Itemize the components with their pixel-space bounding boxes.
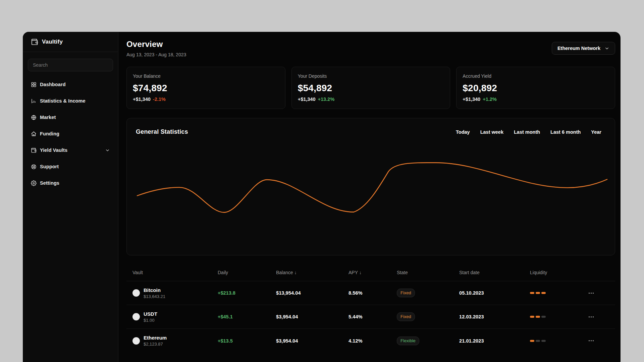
globe-icon [31, 115, 37, 120]
stat-card-yield: Accrued Yield $20,892 +$1,340+1.2% [456, 67, 615, 109]
vault-name: Bitcoin [144, 287, 165, 293]
stat-label: Your Deposits [298, 73, 444, 79]
daily-change: +$13.5 [218, 338, 276, 344]
table-row-usdt[interactable]: USDT $1.00 +$45.1 $3,954.04 5.44% Fixed … [126, 305, 615, 329]
start-date: 21.01.2023 [459, 338, 530, 344]
brand-name: Vaultify [42, 39, 63, 45]
vault-name: Ethereum [144, 335, 167, 341]
stat-value: $74,892 [133, 83, 279, 94]
dashboard-grid-icon [31, 82, 37, 87]
vault-price: $2,123.87 [144, 342, 167, 347]
search-input[interactable] [28, 59, 113, 71]
sidebar: Vaultify Dashboard Statistics & Income [23, 32, 118, 362]
sidebar-item-label: Settings [40, 180, 110, 186]
sidebar-item-label: Funding [40, 131, 110, 136]
coin-icon [132, 337, 140, 345]
apy-value: 5.44% [348, 314, 397, 319]
sidebar-item-settings[interactable]: Settings [27, 176, 114, 190]
row-menu-button[interactable] [589, 340, 609, 341]
date-range: Aug 13, 2023 - Aug 18, 2023 [126, 52, 186, 57]
stat-value: $54,892 [298, 83, 444, 94]
chevron-down-icon [604, 46, 609, 51]
page-title: Overview [126, 40, 186, 48]
vault-price: $1.00 [144, 318, 157, 323]
sidebar-item-market[interactable]: Market [27, 111, 114, 124]
sort-desc-icon: ↓ [359, 270, 362, 275]
col-start-date[interactable]: Start date [459, 270, 530, 281]
home-icon [31, 131, 37, 137]
col-balance[interactable]: Balance↓ [276, 270, 348, 281]
stat-change-amount: +$1,340 [133, 97, 151, 102]
main-content: Overview Aug 13, 2023 - Aug 18, 2023 Eth… [118, 32, 621, 362]
stat-label: Accrued Yield [463, 73, 609, 79]
col-vault[interactable]: Vault [132, 270, 218, 281]
stat-change-amount: +$1,340 [298, 97, 316, 102]
stat-change-percent: -2.1% [153, 97, 166, 102]
sidebar-item-support[interactable]: Support [27, 160, 114, 173]
sidebar-item-label: Yield Vaults [40, 147, 102, 153]
stat-value: $20,892 [463, 83, 609, 94]
wallet-icon [31, 147, 37, 153]
app-window: Vaultify Dashboard Statistics & Income [23, 32, 621, 362]
stat-label: Your Balance [133, 73, 279, 79]
life-buoy-icon [31, 164, 37, 170]
col-apy[interactable]: APY↓ [348, 270, 397, 281]
sidebar-item-label: Support [40, 164, 110, 169]
coin-icon [132, 313, 140, 320]
apy-value: 4.12% [348, 338, 397, 344]
sidebar-item-label: Market [40, 115, 110, 120]
daily-change: +$45.1 [218, 314, 276, 319]
balance-value: $13,954.04 [276, 290, 348, 296]
sidebar-item-label: Dashboard [40, 82, 110, 87]
col-liquidity[interactable]: Liquidity [530, 270, 589, 281]
sidebar-item-statistics-income[interactable]: Statistics & Income [27, 94, 114, 108]
col-state[interactable]: State [397, 270, 459, 281]
sidebar-nav: Dashboard Statistics & Income Market Fun… [23, 78, 118, 190]
sidebar-item-label: Statistics & Income [40, 98, 110, 104]
general-statistics-chart: General Statistics Today Last week Last … [126, 118, 615, 255]
sidebar-item-funding[interactable]: Funding [27, 127, 114, 140]
row-menu-button[interactable] [589, 316, 609, 317]
stat-card-deposits: Your Deposits $54,892 +$1,340+13.2% [291, 67, 450, 109]
col-daily[interactable]: Daily [218, 270, 276, 281]
daily-change: +$213.8 [218, 290, 276, 296]
row-menu-button[interactable] [589, 293, 609, 294]
line-chart [127, 118, 615, 255]
stat-change-percent: +13.2% [318, 97, 335, 102]
vault-price: $13,643.21 [144, 294, 165, 299]
liquidity-indicator [530, 340, 589, 342]
stat-card-balance: Your Balance $74,892 +$1,340-2.1% [126, 67, 285, 109]
state-badge: Fixed [397, 289, 415, 297]
table-row-bitcoin[interactable]: Bitcoin $13,643.21 +$213.8 $13,954.04 8.… [126, 281, 615, 305]
bar-chart-icon [31, 98, 37, 104]
table-header: Vault Daily Balance↓ APY↓ State Start da… [126, 255, 615, 281]
network-selector-label: Ethereum Network [557, 46, 600, 51]
sort-desc-icon: ↓ [294, 270, 297, 275]
start-date: 05.10.2023 [459, 290, 530, 296]
balance-value: $3,954.04 [276, 314, 348, 319]
network-selector[interactable]: Ethereum Network [552, 42, 615, 55]
coin-icon [132, 289, 140, 297]
table-row-ethereum[interactable]: Ethereum $2,123.87 +$13.5 $3,954.04 4.12… [126, 329, 615, 353]
liquidity-indicator [530, 316, 589, 318]
chart-line [137, 163, 607, 212]
balance-value: $3,954.04 [276, 338, 348, 344]
chevron-down-icon [105, 148, 110, 153]
state-badge: Flexible [397, 337, 419, 345]
start-date: 12.03.2023 [459, 314, 530, 319]
stat-change-amount: +$1,340 [463, 97, 480, 102]
apy-value: 8.56% [348, 290, 397, 296]
logo: Vaultify [23, 32, 118, 52]
liquidity-indicator [530, 292, 589, 294]
sidebar-item-dashboard[interactable]: Dashboard [27, 78, 114, 91]
vault-name: USDT [144, 311, 157, 317]
sidebar-item-yield-vaults[interactable]: Yield Vaults [27, 143, 114, 157]
gear-icon [31, 180, 37, 186]
state-badge: Fixed [397, 312, 415, 321]
stat-change-percent: +1.2% [483, 97, 497, 102]
wallet-logo-icon [31, 38, 38, 46]
